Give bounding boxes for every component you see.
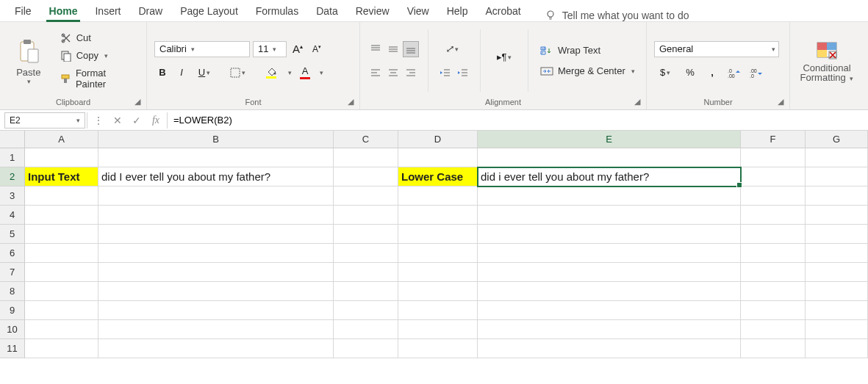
cell-C9[interactable] bbox=[334, 301, 398, 320]
cell-D9[interactable] bbox=[398, 301, 478, 320]
column-header-F[interactable]: F bbox=[741, 131, 806, 148]
cell-D6[interactable] bbox=[398, 244, 478, 263]
cell-B10[interactable] bbox=[98, 320, 334, 339]
row-header-6[interactable]: 6 bbox=[0, 244, 25, 263]
cell-D4[interactable] bbox=[398, 206, 478, 225]
cell-E2[interactable]: did i ever tell you about my father? bbox=[478, 167, 741, 186]
chevron-down-icon[interactable]: ▾ bbox=[288, 69, 292, 76]
cell-C8[interactable] bbox=[334, 282, 398, 301]
increase-font-button[interactable]: A▴ bbox=[290, 41, 306, 57]
tab-insert[interactable]: Insert bbox=[86, 1, 129, 21]
text-direction-button[interactable]: ▸¶▾ bbox=[489, 49, 519, 65]
align-left-button[interactable] bbox=[367, 65, 384, 81]
percent-button[interactable]: % bbox=[682, 65, 698, 81]
align-bottom-button[interactable] bbox=[403, 41, 419, 57]
cell-E6[interactable] bbox=[478, 244, 741, 263]
row-header-2[interactable]: 2 bbox=[0, 167, 25, 186]
cell-F9[interactable] bbox=[741, 301, 806, 320]
cell-B7[interactable] bbox=[98, 263, 334, 282]
borders-button[interactable]: ▾ bbox=[226, 65, 249, 81]
cell-E3[interactable] bbox=[478, 186, 741, 206]
spreadsheet-grid[interactable]: ABCDEFG12Input Textdid I ever tell you a… bbox=[0, 131, 868, 358]
tab-formulas[interactable]: Formulas bbox=[247, 1, 307, 21]
bold-button[interactable]: B bbox=[154, 65, 171, 81]
cell-D10[interactable] bbox=[398, 320, 478, 339]
wrap-text-button[interactable]: abc Wrap Text bbox=[537, 43, 638, 58]
tab-help[interactable]: Help bbox=[438, 1, 477, 21]
cell-A3[interactable] bbox=[25, 186, 98, 206]
formula-options-button[interactable]: ⋮ bbox=[89, 115, 108, 126]
cell-C2[interactable] bbox=[334, 167, 398, 186]
cell-D8[interactable] bbox=[398, 282, 478, 301]
cell-B3[interactable] bbox=[98, 186, 334, 206]
cell-F2[interactable] bbox=[741, 167, 806, 186]
cell-C1[interactable] bbox=[334, 148, 398, 167]
number-dialog-launcher[interactable]: ◢ bbox=[778, 97, 786, 106]
column-header-B[interactable]: B bbox=[98, 131, 334, 148]
cell-B5[interactable] bbox=[98, 225, 334, 244]
font-dialog-launcher[interactable]: ◢ bbox=[348, 97, 356, 106]
row-header-9[interactable]: 9 bbox=[0, 301, 25, 320]
cell-G5[interactable] bbox=[806, 225, 868, 244]
cell-B2[interactable]: did I ever tell you about my father? bbox=[98, 167, 334, 186]
tab-page-layout[interactable]: Page Layout bbox=[171, 1, 247, 21]
cell-A2[interactable]: Input Text bbox=[25, 167, 98, 186]
cell-E9[interactable] bbox=[478, 301, 741, 320]
italic-button[interactable]: I bbox=[173, 65, 190, 81]
cell-E5[interactable] bbox=[478, 225, 741, 244]
cell-F8[interactable] bbox=[741, 282, 806, 301]
enter-formula-button[interactable]: ✓ bbox=[127, 115, 146, 126]
cell-D11[interactable] bbox=[398, 339, 478, 358]
cell-B8[interactable] bbox=[98, 282, 334, 301]
cell-F7[interactable] bbox=[741, 263, 806, 282]
formula-input[interactable] bbox=[169, 112, 868, 128]
tab-view[interactable]: View bbox=[398, 1, 438, 21]
row-header-3[interactable]: 3 bbox=[0, 186, 25, 206]
cell-F5[interactable] bbox=[741, 225, 806, 244]
cell-D3[interactable] bbox=[398, 186, 478, 206]
cell-G2[interactable] bbox=[806, 167, 868, 186]
column-header-D[interactable]: D bbox=[398, 131, 478, 148]
row-header-8[interactable]: 8 bbox=[0, 282, 25, 301]
decrease-font-button[interactable]: A▾ bbox=[309, 41, 325, 57]
cell-G10[interactable] bbox=[806, 320, 868, 339]
alignment-dialog-launcher[interactable]: ◢ bbox=[634, 97, 643, 106]
cell-G11[interactable] bbox=[806, 339, 868, 358]
tell-me-search[interactable]: Tell me what you want to do bbox=[545, 10, 689, 21]
cell-G3[interactable] bbox=[806, 186, 868, 206]
accounting-format-button[interactable]: $▾ bbox=[654, 65, 676, 81]
font-name-combo[interactable]: Calibri▾ bbox=[154, 41, 250, 57]
align-center-button[interactable] bbox=[385, 65, 401, 81]
cell-C5[interactable] bbox=[334, 225, 398, 244]
cell-E11[interactable] bbox=[478, 339, 741, 358]
fill-color-button[interactable] bbox=[259, 65, 284, 81]
copy-button[interactable]: Copy ▾ bbox=[57, 48, 139, 63]
tab-draw[interactable]: Draw bbox=[129, 1, 171, 21]
cell-E10[interactable] bbox=[478, 320, 741, 339]
cell-A8[interactable] bbox=[25, 282, 98, 301]
tab-review[interactable]: Review bbox=[347, 1, 398, 21]
cell-F10[interactable] bbox=[741, 320, 806, 339]
name-box[interactable]: E2 ▾ bbox=[4, 112, 85, 128]
underline-button[interactable]: U▾ bbox=[193, 65, 216, 81]
cell-F6[interactable] bbox=[741, 244, 806, 263]
column-header-C[interactable]: C bbox=[334, 131, 398, 148]
cell-F3[interactable] bbox=[741, 186, 806, 206]
cell-E7[interactable] bbox=[478, 263, 741, 282]
cell-B4[interactable] bbox=[98, 206, 334, 225]
row-header-7[interactable]: 7 bbox=[0, 263, 25, 282]
cell-G7[interactable] bbox=[806, 263, 868, 282]
comma-button[interactable]: , bbox=[704, 65, 720, 81]
format-painter-button[interactable]: Format Painter bbox=[57, 66, 139, 91]
font-color-button[interactable]: A bbox=[295, 65, 315, 81]
cell-C7[interactable] bbox=[334, 263, 398, 282]
cell-F11[interactable] bbox=[741, 339, 806, 358]
cell-D5[interactable] bbox=[398, 225, 478, 244]
orientation-button[interactable]: ⤢▾ bbox=[437, 41, 467, 57]
chevron-down-icon[interactable]: ▾ bbox=[320, 69, 323, 76]
cell-A7[interactable] bbox=[25, 263, 98, 282]
decrease-indent-button[interactable] bbox=[437, 65, 453, 81]
cell-G1[interactable] bbox=[806, 148, 868, 167]
align-middle-button[interactable] bbox=[385, 41, 401, 57]
row-header-10[interactable]: 10 bbox=[0, 320, 25, 339]
